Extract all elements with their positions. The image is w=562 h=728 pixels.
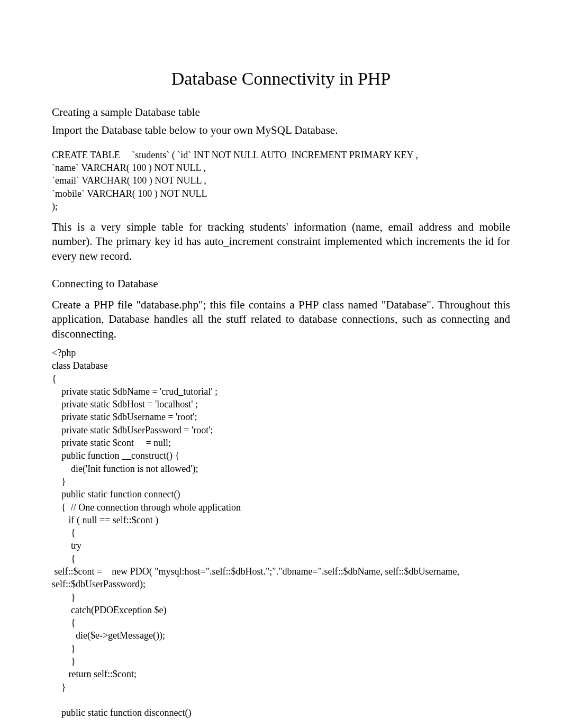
section-heading-2: Connecting to Database: [52, 277, 510, 290]
php-code-block: <?php class Database { private static $d…: [52, 347, 510, 720]
page-title: Database Connectivity in PHP: [52, 69, 510, 89]
document-page: Database Connectivity in PHP Creating a …: [0, 0, 562, 728]
section-heading-1: Creating a sample Database table: [52, 105, 510, 120]
section-intro-1: Import the Database table below to your …: [52, 123, 510, 138]
section-intro-2: Create a PHP file "database.php"; this f…: [52, 298, 510, 341]
sql-code-block: CREATE TABLE `students` ( `id` INT NOT N…: [52, 149, 510, 213]
section-description-1: This is a very simple table for tracking…: [52, 220, 510, 263]
